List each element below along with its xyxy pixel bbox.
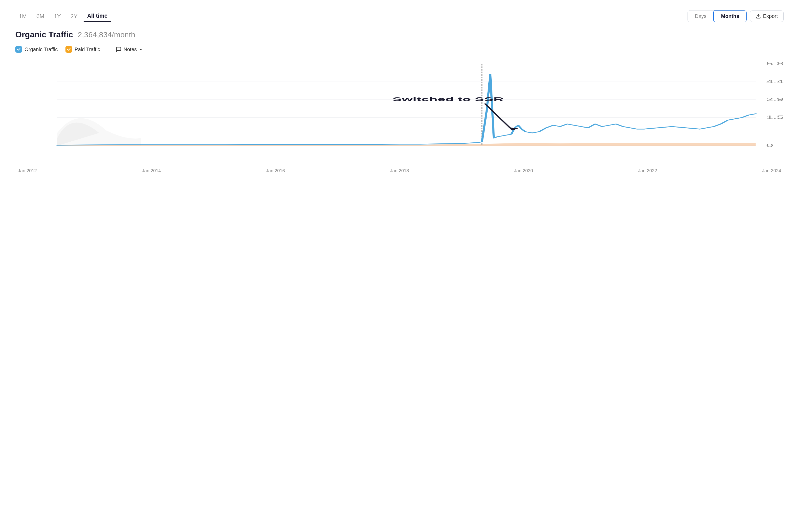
traffic-chart: 5.8M 4.4M 2.9M 1.5M 0 Switched to SSR xyxy=(15,59,784,166)
days-toggle-button[interactable]: Days xyxy=(688,11,714,22)
legend-divider xyxy=(108,45,108,53)
svg-text:5.8M: 5.8M xyxy=(766,61,784,66)
notes-button[interactable]: Notes xyxy=(116,46,143,52)
x-label-2022: Jan 2022 xyxy=(638,168,657,174)
paid-label: Paid Traffic xyxy=(75,46,100,52)
view-toggle-group: Days Months xyxy=(687,10,747,22)
notes-icon xyxy=(116,46,121,52)
tab-1m[interactable]: 1M xyxy=(15,11,31,22)
legend-organic[interactable]: Organic Traffic xyxy=(15,46,58,53)
svg-line-12 xyxy=(485,103,513,130)
legend-row: Organic Traffic Paid Traffic Notes xyxy=(15,45,784,53)
svg-text:0: 0 xyxy=(766,142,773,148)
x-label-2016: Jan 2016 xyxy=(266,168,285,174)
chevron-down-icon xyxy=(139,47,143,51)
tab-1y[interactable]: 1Y xyxy=(50,11,64,22)
notes-label: Notes xyxy=(123,46,137,52)
tab-all-time[interactable]: All time xyxy=(83,11,111,22)
time-range-tabs: 1M 6M 1Y 2Y All time xyxy=(15,11,111,22)
svg-text:4.4M: 4.4M xyxy=(766,79,784,84)
traffic-value: 2,364,834/month xyxy=(78,31,135,39)
tab-6m[interactable]: 6M xyxy=(33,11,48,22)
svg-text:1.5M: 1.5M xyxy=(766,115,784,120)
x-label-2024: Jan 2024 xyxy=(762,168,781,174)
right-controls: Days Months Export xyxy=(687,10,784,22)
organic-label: Organic Traffic xyxy=(24,46,58,52)
svg-marker-13 xyxy=(509,127,518,130)
tab-2y[interactable]: 2Y xyxy=(67,11,81,22)
x-label-2020: Jan 2020 xyxy=(514,168,533,174)
export-button[interactable]: Export xyxy=(750,11,784,22)
paid-checkbox xyxy=(65,46,72,53)
export-icon xyxy=(756,14,761,19)
x-label-2018: Jan 2018 xyxy=(390,168,409,174)
organic-checkbox xyxy=(15,46,22,53)
legend-paid[interactable]: Paid Traffic xyxy=(65,46,100,53)
x-label-2012: Jan 2012 xyxy=(18,168,37,174)
x-label-2014: Jan 2014 xyxy=(142,168,161,174)
traffic-label: Organic Traffic xyxy=(15,30,73,39)
chart-container: 5.8M 4.4M 2.9M 1.5M 0 Switched to SSR xyxy=(15,59,784,166)
svg-text:2.9M: 2.9M xyxy=(766,97,784,102)
x-axis-labels: Jan 2012 Jan 2014 Jan 2016 Jan 2018 Jan … xyxy=(15,166,784,174)
traffic-heading: Organic Traffic 2,364,834/month xyxy=(15,30,784,39)
months-toggle-button[interactable]: Months xyxy=(714,10,747,22)
time-range-row: 1M 6M 1Y 2Y All time Days Months Export xyxy=(15,10,784,22)
svg-text:Switched to SSR: Switched to SSR xyxy=(393,96,503,102)
